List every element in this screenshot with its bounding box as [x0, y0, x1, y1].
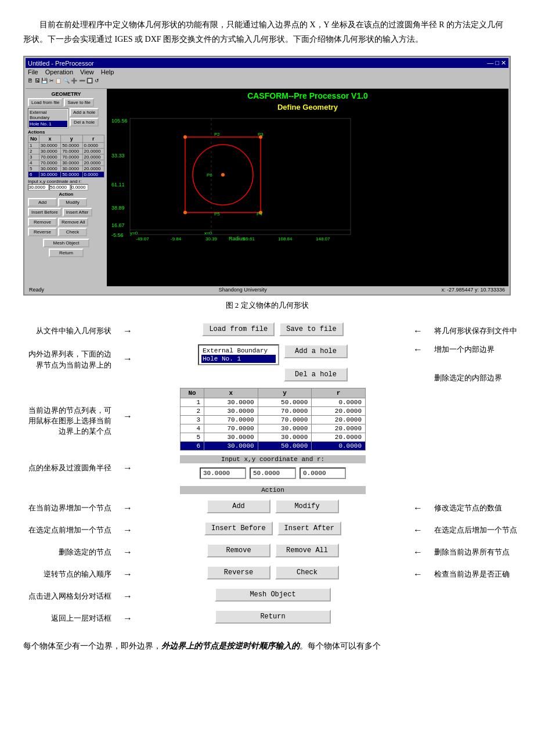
check-button[interactable]: Check: [275, 566, 339, 579]
annot-modify-right: 修改选定节点的数值: [430, 503, 522, 513]
scr-r-input[interactable]: [71, 184, 88, 190]
coord-cell-no[interactable]: 2: [181, 406, 204, 415]
coord-cell-y[interactable]: 30.0000: [258, 424, 312, 433]
scr-insert-before[interactable]: Insert Before: [28, 208, 62, 217]
annot-boundary-left: 内外边界列表，下面的边界节点为当前边界上的: [23, 344, 116, 370]
row-load-save: 从文件中输入几何形状 → Load from file Save to file…: [23, 322, 522, 340]
boundary-hole1[interactable]: Hole No. 1: [201, 355, 276, 363]
boundary-list: External Boundary Hole No. 1: [198, 344, 279, 365]
coord-cell-no[interactable]: 3: [181, 415, 204, 424]
coord-cell-y[interactable]: 50.0000: [258, 441, 312, 450]
scr-check[interactable]: Check: [58, 228, 87, 236]
add-hole-button[interactable]: Add a hole: [284, 344, 348, 358]
scr-x-input[interactable]: [28, 184, 49, 190]
modify-button[interactable]: Modify: [275, 499, 339, 513]
svg-text:38.89: 38.89: [111, 205, 125, 211]
y-input[interactable]: [250, 467, 296, 479]
coord-cell-x[interactable]: 30.0000: [204, 398, 258, 406]
add-button[interactable]: Add: [207, 499, 270, 513]
svg-text:61.11: 61.11: [111, 182, 125, 188]
annot-save-right: 将几何形状保存到文件中: [430, 326, 522, 336]
scr-modify[interactable]: Modify: [58, 198, 87, 207]
coord-cell-y[interactable]: 30.0000: [258, 433, 312, 441]
scr-add[interactable]: Add: [28, 198, 57, 207]
x-input[interactable]: [200, 467, 246, 479]
svg-text:108.84: 108.84: [278, 236, 293, 242]
coord-cell-no[interactable]: 6: [181, 441, 204, 450]
row-boundary: 内外边界列表，下面的边界节点为当前边界上的 → External Boundar…: [23, 344, 522, 383]
annot-add-hole-right: 增加一个内部边界 删除选定的内部边界: [430, 344, 522, 383]
col-r: r: [312, 388, 366, 398]
scr-reverse[interactable]: Reverse: [28, 228, 57, 236]
menu-operation[interactable]: Operation: [45, 69, 73, 75]
coord-cell-r[interactable]: 20.0000: [312, 415, 366, 424]
svg-text:30.39: 30.39: [205, 236, 218, 242]
scr-load-btn[interactable]: Load from file: [28, 98, 63, 107]
scr-y-input[interactable]: [49, 184, 70, 190]
svg-text:-9.84: -9.84: [171, 236, 182, 242]
scr-add-hole[interactable]: Add a hole: [70, 108, 99, 117]
coord-cell-r[interactable]: 20.0000: [312, 424, 366, 433]
scr-save-btn[interactable]: Save to file: [64, 98, 94, 107]
coord-cell-r[interactable]: 0.0000: [312, 441, 366, 450]
coord-cell-y[interactable]: 50.0000: [258, 398, 312, 406]
annot-load-left: 从文件中输入几何形状: [23, 326, 116, 336]
reverse-button[interactable]: Reverse: [207, 566, 270, 579]
canvas-svg: 105.56 33.33 61.11 38.89 16.67 -5.56 -49…: [107, 114, 508, 242]
center-boundary: External Boundary Hole No. 1 Add a hole …: [139, 344, 406, 381]
coord-cell-x[interactable]: 30.0000: [204, 433, 258, 441]
annot-insert-before-left: 在选定点前增加一个节点: [23, 525, 116, 535]
coord-cell-r[interactable]: 20.0000: [312, 433, 366, 441]
col-y: y: [258, 388, 312, 398]
svg-point-22: [221, 173, 225, 177]
menu-help[interactable]: Help: [101, 69, 114, 75]
scr-insert-after[interactable]: Insert After: [63, 208, 92, 217]
bottom-normal: 每个物体至少有一个边界，即外边界，: [23, 642, 161, 650]
save-to-file-button[interactable]: Save to file: [279, 322, 343, 336]
annot-return-left: 返回上一层对话框: [23, 613, 116, 624]
coord-cell-no[interactable]: 4: [181, 424, 204, 433]
bottom-end: 。每个物体可以有多个: [300, 642, 381, 650]
coord-cell-no[interactable]: 5: [181, 433, 204, 441]
scr-mesh[interactable]: Mesh Object: [43, 239, 89, 247]
annotated-diagram: 从文件中输入几何形状 → Load from file Save to file…: [23, 322, 522, 627]
arrow-remove: →: [116, 547, 139, 557]
coord-cell-x[interactable]: 70.0000: [204, 415, 258, 424]
remove-all-button[interactable]: Remove All: [275, 543, 339, 557]
boundary-external[interactable]: External Boundary: [201, 347, 276, 355]
insert-before-button[interactable]: Insert Before: [204, 521, 273, 535]
arrow-boundary: →: [116, 344, 139, 364]
load-from-file-button[interactable]: Load from file: [202, 322, 275, 336]
coord-cell-no[interactable]: 1: [181, 398, 204, 406]
scr-remove[interactable]: Remove: [28, 218, 57, 226]
titlebar: Untitled - PreProcessor — □ ✕: [26, 58, 508, 68]
mesh-object-button[interactable]: Mesh Object: [215, 588, 331, 602]
center-reverse: Reverse Check: [139, 566, 406, 583]
scr-del-hole[interactable]: Del a hole: [70, 118, 99, 127]
bottom-italic: 外边界上的节点是按逆时针顺序输入的: [161, 642, 300, 650]
menubar: File Operation View Help: [26, 68, 508, 76]
statusbar: Ready Shandong University x: -27.985447 …: [26, 286, 508, 293]
r-input[interactable]: [300, 467, 346, 479]
coord-cell-r[interactable]: 0.0000: [312, 398, 366, 406]
return-button[interactable]: Return: [215, 610, 331, 624]
remove-button[interactable]: Remove: [207, 543, 270, 557]
canvas-title: CASFORM--Pre Processor V1.0: [107, 89, 508, 103]
scr-remove-all[interactable]: Remove All: [58, 218, 88, 226]
arrow-save: ←: [406, 326, 430, 336]
coord-cell-x[interactable]: 70.0000: [204, 424, 258, 433]
scr-return[interactable]: Return: [49, 249, 84, 257]
coord-cell-x[interactable]: 30.0000: [204, 406, 258, 415]
del-hole-button[interactable]: Del a hole: [284, 368, 348, 381]
menu-view[interactable]: View: [80, 69, 94, 75]
status-left: Ready: [29, 287, 44, 293]
menu-file[interactable]: File: [28, 69, 38, 75]
arrow-node-list: →: [116, 388, 139, 422]
status-right: x: -27.985447 y: 10.733336: [441, 287, 505, 293]
coord-cell-r[interactable]: 20.0000: [312, 406, 366, 415]
svg-text:P5: P5: [214, 211, 220, 217]
coord-cell-y[interactable]: 70.0000: [258, 406, 312, 415]
coord-cell-x[interactable]: 30.0000: [204, 441, 258, 450]
coord-cell-y[interactable]: 70.0000: [258, 415, 312, 424]
insert-after-button[interactable]: Insert After: [277, 521, 341, 535]
